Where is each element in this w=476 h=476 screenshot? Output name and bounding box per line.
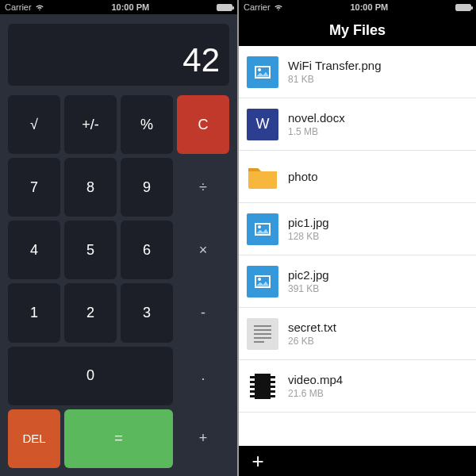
digit-8-button[interactable]: 8 <box>64 158 117 217</box>
file-row[interactable]: video.mp421.6 MB <box>239 360 476 413</box>
digit-2-button[interactable]: 2 <box>64 283 117 342</box>
decimal-button[interactable]: . <box>177 347 229 405</box>
file-info: pic1.jpg128 KB <box>288 216 468 242</box>
digit-6-button[interactable]: 6 <box>121 221 173 279</box>
file-list[interactable]: WiFi Transfer.png81 KBWnovel.docx1.5 MBp… <box>239 46 476 446</box>
carrier-label: Carrier <box>5 2 32 12</box>
battery-icon <box>217 4 232 11</box>
divide-button[interactable]: ÷ <box>177 158 229 217</box>
delete-button[interactable]: DEL <box>8 409 60 468</box>
page-title: My Files <box>239 14 476 46</box>
digit-4-button[interactable]: 4 <box>8 221 60 279</box>
file-size: 128 KB <box>288 231 468 242</box>
clock-label: 10:00 PM <box>111 2 149 12</box>
wifi-icon <box>35 4 44 11</box>
file-info: video.mp421.6 MB <box>288 373 468 399</box>
file-row[interactable]: pic1.jpg128 KB <box>239 203 476 255</box>
carrier-label: Carrier <box>244 2 271 12</box>
calculator-display: 42 <box>8 24 229 86</box>
digit-0-button[interactable]: 0 <box>8 347 173 405</box>
image-file-icon <box>247 56 278 88</box>
file-name: secret.txt <box>288 321 468 334</box>
minus-button[interactable]: - <box>177 283 229 342</box>
file-name: photo <box>288 170 468 183</box>
image-file-icon <box>247 213 278 245</box>
toolbar-bottom: + <box>239 446 476 476</box>
file-size: 21.6 MB <box>288 388 468 399</box>
equals-button[interactable]: = <box>64 409 173 468</box>
file-info: secret.txt26 KB <box>288 321 468 347</box>
file-info: WiFi Transfer.png81 KB <box>288 59 468 85</box>
file-info: novel.docx1.5 MB <box>288 111 468 137</box>
video-file-icon <box>247 370 278 402</box>
image-file-icon <box>247 266 278 298</box>
file-row[interactable]: secret.txt26 KB <box>239 308 476 360</box>
plus-minus-button[interactable]: +/- <box>64 95 117 154</box>
clear-button[interactable]: C <box>177 95 229 154</box>
file-row[interactable]: WiFi Transfer.png81 KB <box>239 46 476 98</box>
clock-label: 10:00 PM <box>350 2 388 12</box>
digit-5-button[interactable]: 5 <box>64 221 117 279</box>
file-row[interactable]: Wnovel.docx1.5 MB <box>239 98 476 151</box>
multiply-button[interactable]: × <box>177 221 229 279</box>
word-file-icon: W <box>247 109 278 140</box>
file-info: photo <box>288 170 468 183</box>
battery-icon <box>455 4 471 11</box>
plus-button[interactable]: + <box>177 409 229 468</box>
status-bar: Carrier 10:00 PM <box>0 0 237 14</box>
file-name: pic2.jpg <box>288 268 468 282</box>
file-size: 391 KB <box>288 283 468 294</box>
percent-button[interactable]: % <box>121 95 173 154</box>
file-row[interactable]: photo <box>239 151 476 203</box>
folder-icon <box>247 161 278 193</box>
status-bar: Carrier 10:00 PM <box>239 0 476 14</box>
file-name: video.mp4 <box>288 373 468 386</box>
file-row[interactable]: pic2.jpg391 KB <box>239 255 476 308</box>
file-name: pic1.jpg <box>288 216 468 229</box>
sqrt-button[interactable]: √ <box>8 95 60 154</box>
file-size: 26 KB <box>288 336 468 347</box>
digit-1-button[interactable]: 1 <box>8 283 60 342</box>
calculator-screen: Carrier 10:00 PM 42 √ +/- % C 7 8 9 ÷ <box>0 0 238 476</box>
digit-3-button[interactable]: 3 <box>121 283 173 342</box>
file-info: pic2.jpg391 KB <box>288 268 468 294</box>
file-name: WiFi Transfer.png <box>288 59 468 72</box>
file-name: novel.docx <box>288 111 468 125</box>
wifi-icon <box>274 4 283 11</box>
digit-7-button[interactable]: 7 <box>8 158 60 217</box>
files-screen: Carrier 10:00 PM My Files WiFi Transfer.… <box>238 0 476 476</box>
text-file-icon <box>247 318 278 350</box>
calculator-keypad: √ +/- % C 7 8 9 ÷ 4 5 6 × 1 2 3 - 0 <box>6 94 231 470</box>
file-size: 81 KB <box>288 74 468 85</box>
add-button[interactable]: + <box>247 451 269 471</box>
digit-9-button[interactable]: 9 <box>121 158 173 217</box>
file-size: 1.5 MB <box>288 126 468 137</box>
